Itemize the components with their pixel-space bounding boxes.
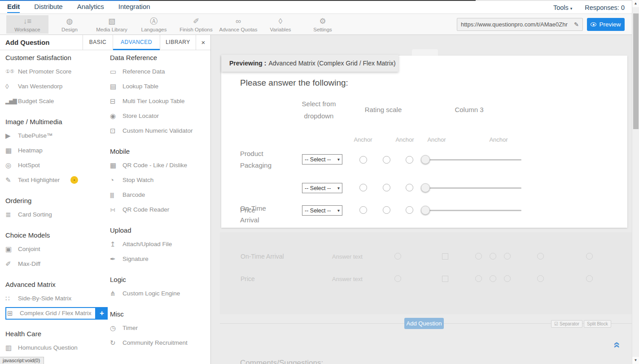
nav-tab-edit[interactable]: Edit xyxy=(7,1,20,13)
signature-icon: ✒ xyxy=(110,255,123,263)
radio-product-packaging-3[interactable] xyxy=(406,156,413,164)
question-type-stop-watch[interactable]: ◔ Stop Watch xyxy=(110,173,212,187)
radio-price-1[interactable] xyxy=(359,206,367,214)
slider-handle-on-time-arrival[interactable] xyxy=(421,183,430,192)
complex-grid-icon: ⊞ xyxy=(7,309,20,317)
question-type-budget-scale[interactable]: ▂▅▇ Budget Scale xyxy=(5,94,108,108)
edit-url-icon[interactable]: ✎ xyxy=(571,21,579,28)
top-nav: Edit Distribute Analytics Integration To… xyxy=(0,1,639,13)
toolbar-button-variables[interactable]: ◊ Variables xyxy=(259,15,302,34)
question-type-custom-numeric-validator[interactable]: ⊡ Custom Numeric Validator xyxy=(110,123,212,138)
row-label-price: Price xyxy=(240,204,267,216)
toolbar-button-media-library[interactable]: ▧ Media Library xyxy=(91,15,133,34)
question-type-attach-upload-file[interactable]: ↥ Attach/Upload File xyxy=(110,237,212,251)
scroll-to-top-icon[interactable]: « xyxy=(610,342,624,348)
editor-checkbox xyxy=(442,276,448,282)
radio-product-packaging-1[interactable] xyxy=(359,156,367,164)
question-type-heatmap[interactable]: ▦ Heatmap xyxy=(5,143,108,158)
toolbar-button-finish-options[interactable]: ✐ Finish Options xyxy=(175,15,217,34)
section-heading-upload: Upload xyxy=(110,224,212,237)
reference-data-icon: ▭ xyxy=(110,68,123,76)
timer-icon: ◷ xyxy=(110,324,123,332)
toolbar-button-workspace[interactable]: ↓≡ Workspace xyxy=(6,15,48,34)
section-heading-data-reference: Data Reference xyxy=(110,51,212,64)
dropdown-select-on-time-arrival[interactable]: -- Select -- ▾ xyxy=(302,183,342,193)
question-type-hotspot[interactable]: ◎ HotSpot xyxy=(5,158,108,173)
toolbar-button-design[interactable]: ◍ Design xyxy=(48,15,91,34)
map-pin-icon: ◉ xyxy=(110,112,123,120)
radio-price-3[interactable] xyxy=(406,206,413,214)
question-type-text-highlighter[interactable]: ✎ Text Highlighter ▪ xyxy=(5,173,108,187)
question-type-timer[interactable]: ◷ Timer xyxy=(110,321,212,335)
split-block-button[interactable]: Split Block xyxy=(584,320,611,328)
responses-count[interactable]: Responses: 0 xyxy=(585,4,625,11)
question-type-custom-logic-engine[interactable]: ⋔ Custom Logic Engine xyxy=(110,286,212,301)
question-type-conjoint[interactable]: ▣ Conjoint xyxy=(5,242,108,256)
nav-tab-integration[interactable]: Integration xyxy=(118,1,150,13)
close-icon[interactable]: × xyxy=(196,35,210,50)
tab-library[interactable]: LIBRARY xyxy=(160,35,196,50)
new-feature-badge: ▪ xyxy=(70,176,78,184)
radio-product-packaging-2[interactable] xyxy=(383,156,390,164)
page-scrollbar[interactable]: ▲ ▼ xyxy=(632,0,639,364)
tab-basic[interactable]: BASIC xyxy=(83,35,113,50)
editor-radio xyxy=(394,275,401,282)
editor-radio xyxy=(475,253,482,260)
question-type-card-sorting[interactable]: ≣ Card Sorting xyxy=(5,207,108,222)
magic-wand-icon: ✐ xyxy=(193,17,199,26)
toolbar-button-languages[interactable]: Ⓐ Languages xyxy=(133,15,175,34)
section-heading-choice-models: Choice Models xyxy=(5,229,108,242)
nav-tab-distribute[interactable]: Distribute xyxy=(34,1,62,13)
dropdown-select-price[interactable]: -- Select -- ▾ xyxy=(302,205,342,216)
survey-editor-area: Previewing : Advanced Matrix (Complex Gr… xyxy=(211,35,632,364)
anchor-label: Anchor xyxy=(391,136,418,143)
radio-price-2[interactable] xyxy=(383,206,390,214)
question-type-net-promoter-score[interactable]: ①⑤ Net Promoter Score xyxy=(5,64,108,79)
hotspot-icon: ◎ xyxy=(5,161,18,169)
tools-menu[interactable]: Tools▾ xyxy=(553,4,572,11)
dropdown-select-product-packaging[interactable]: -- Select -- ▾ xyxy=(302,154,342,165)
question-type-complex-grid-flex-matrix[interactable]: ⊞ Complex Grid / Flex Matrix + xyxy=(5,306,108,321)
survey-url-field[interactable]: https://www.questionpro.com/t/AMae0Zhr ✎ xyxy=(457,18,583,31)
homunculus-icon: ▥ xyxy=(5,344,18,352)
question-type-tubepulse[interactable]: ▶ TubePulse™ xyxy=(5,128,108,143)
question-type-homunculus[interactable]: ▥ Homunculus Question xyxy=(5,340,108,355)
slider-track-on-time-arrival xyxy=(421,187,521,189)
nav-tab-analytics[interactable]: Analytics xyxy=(77,1,104,13)
tab-advanced[interactable]: ADVANCED xyxy=(113,35,160,50)
question-type-signature[interactable]: ✒ Signature xyxy=(110,251,212,266)
scrollbar-thumb[interactable] xyxy=(633,13,639,129)
slider-handle-product-packaging[interactable] xyxy=(421,155,430,164)
translate-icon: Ⓐ xyxy=(150,17,158,26)
question-type-store-locator[interactable]: ◉ Store Locator xyxy=(110,108,212,123)
question-type-max-diff[interactable]: ✐ Max-Diff xyxy=(5,256,108,271)
slider-track-product-packaging xyxy=(421,159,521,160)
question-type-side-by-side-matrix[interactable]: ∷ Side-By-Side Matrix xyxy=(5,291,108,306)
radio-on-time-arrival-2[interactable] xyxy=(383,184,390,191)
toolbar-button-settings[interactable]: ⚙ Settings xyxy=(302,15,344,34)
question-type-qr-code-like-dislike[interactable]: ▦ QR Code - Like / Dislike xyxy=(110,158,212,173)
chevron-down-icon: ▾ xyxy=(337,186,340,191)
add-question-button[interactable]: Add Question xyxy=(404,318,444,329)
question-type-community-recruitment[interactable]: ↻ Community Recruitment xyxy=(110,335,212,350)
scrollbar-down-arrow[interactable]: ▼ xyxy=(632,357,639,364)
radio-on-time-arrival-1[interactable] xyxy=(359,184,367,191)
question-type-barcode[interactable]: |||| Barcode xyxy=(110,187,212,202)
image-icon: ▧ xyxy=(108,17,115,26)
question-type-lookup-table[interactable]: ▤ Lookup Table xyxy=(110,79,212,94)
selected-question-type-outline: ⊞ Complex Grid / Flex Matrix xyxy=(5,307,96,320)
slider-handle-price[interactable] xyxy=(421,206,430,215)
question-type-van-westendorp[interactable]: ◊ Van Westendorp xyxy=(5,79,108,94)
scrollbar-up-arrow[interactable]: ▲ xyxy=(632,0,639,7)
separator-button[interactable]: ☑ Separator xyxy=(551,320,582,328)
radio-on-time-arrival-3[interactable] xyxy=(406,184,413,191)
question-type-reference-data[interactable]: ▭ Reference Data xyxy=(110,64,212,79)
preview-button[interactable]: Preview xyxy=(587,18,625,31)
previewing-banner: Previewing : Advanced Matrix (Complex Gr… xyxy=(221,55,398,72)
toolbar-button-advance-quotas[interactable]: ∞ Advance Quotas xyxy=(217,15,259,34)
question-type-qr-code-reader[interactable]: ∺ QR Code Reader xyxy=(110,202,212,217)
question-type-multi-tier-lookup-table[interactable]: ⊟ Multi Tier Lookup Table xyxy=(110,94,212,108)
anchor-label: Anchor xyxy=(350,136,376,143)
stopwatch-icon: ◔ xyxy=(110,176,123,184)
add-selected-question-button[interactable]: + xyxy=(96,307,108,320)
